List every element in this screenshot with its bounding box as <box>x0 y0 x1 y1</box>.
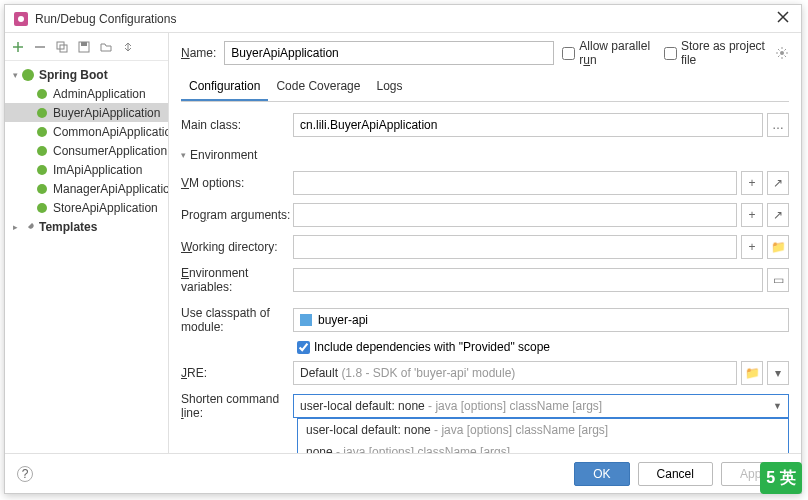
main-class-row: Main class: cn.lili.BuyerApiApplication … <box>181 112 789 138</box>
spring-icon <box>35 163 49 177</box>
jre-hint: (1.8 - SDK of 'buyer-api' module) <box>341 366 515 380</box>
tree-item[interactable]: ImApiApplication <box>5 160 168 179</box>
run-debug-dialog: Run/Debug Configurations ▾ Spring Boot <box>4 4 802 494</box>
tab-code-coverage[interactable]: Code Coverage <box>268 75 368 101</box>
jre-select[interactable]: Default (1.8 - SDK of 'buyer-api' module… <box>293 361 737 385</box>
include-provided-checkbox[interactable] <box>297 341 310 354</box>
svg-point-1 <box>18 16 24 22</box>
add-vm-icon[interactable]: + <box>741 171 763 195</box>
chevron-down-icon: ▼ <box>773 401 782 411</box>
expand-icon[interactable]: ↗ <box>767 171 789 195</box>
jre-label: JRE: <box>181 366 293 380</box>
add-arg-icon[interactable]: + <box>741 203 763 227</box>
top-options: Allow parallel run Store as project file <box>562 39 789 67</box>
environment-header[interactable]: ▾Environment <box>181 148 789 162</box>
sidebar: ▾ Spring Boot AdminApplication BuyerApiA… <box>5 33 169 453</box>
working-dir-input[interactable] <box>293 235 737 259</box>
dialog-footer: ? OK Cancel Apply <box>5 453 801 493</box>
svg-point-8 <box>37 108 47 118</box>
jre-value: Default <box>300 366 338 380</box>
main-panel: Name: Allow parallel run Store as projec… <box>169 33 801 453</box>
spring-icon <box>35 144 49 158</box>
vm-options-label: VM options: <box>181 176 293 190</box>
folder-icon[interactable]: 📁 <box>767 235 789 259</box>
cancel-button[interactable]: Cancel <box>638 462 713 486</box>
jre-row: JRE: Default (1.8 - SDK of 'buyer-api' m… <box>181 360 789 386</box>
tree-group-label: Templates <box>39 220 97 234</box>
main-class-label: Main class: <box>181 118 293 132</box>
sidebar-toolbar <box>5 33 168 61</box>
folder-icon[interactable]: 📁 <box>741 361 763 385</box>
ok-button[interactable]: OK <box>574 462 629 486</box>
chevron-down-icon: ▾ <box>9 70 21 80</box>
spring-icon <box>35 87 49 101</box>
svg-point-9 <box>37 127 47 137</box>
main-class-input[interactable]: cn.lili.BuyerApiApplication <box>293 113 763 137</box>
svg-point-12 <box>37 184 47 194</box>
folder-icon[interactable] <box>99 40 113 54</box>
tree-item[interactable]: CommonApiApplication <box>5 122 168 141</box>
classpath-label: Use classpath of module: <box>181 306 293 334</box>
env-vars-label: Environment variables: <box>181 266 293 294</box>
tree-item[interactable]: ConsumerApplication <box>5 141 168 160</box>
gear-icon[interactable] <box>775 46 789 60</box>
collapse-icon[interactable] <box>121 40 135 54</box>
shorten-select[interactable]: user-local default: none - java [options… <box>293 394 789 418</box>
working-dir-row: Working directory: +📁 <box>181 234 789 260</box>
store-project-checkbox[interactable]: Store as project file <box>664 39 765 67</box>
dropdown-item[interactable]: none - java [options] className [args] <box>298 441 788 453</box>
remove-icon[interactable] <box>33 40 47 54</box>
config-tree: ▾ Spring Boot AdminApplication BuyerApiA… <box>5 61 168 453</box>
tree-item-selected[interactable]: BuyerApiApplication <box>5 103 168 122</box>
expand-icon[interactable]: ↗ <box>767 203 789 227</box>
copy-icon[interactable] <box>55 40 69 54</box>
working-dir-label: Working directory: <box>181 240 293 254</box>
add-dir-icon[interactable]: + <box>741 235 763 259</box>
tree-item[interactable]: AdminApplication <box>5 84 168 103</box>
tree-item-label: StoreApiApplication <box>53 201 158 215</box>
environment-label: Environment <box>190 148 257 162</box>
module-select[interactable]: buyer-api <box>293 308 789 332</box>
tab-bar: Configuration Code Coverage Logs <box>181 75 789 102</box>
save-icon[interactable] <box>77 40 91 54</box>
allow-parallel-checkbox[interactable]: Allow parallel run <box>562 39 654 67</box>
dropdown-item[interactable]: user-local default: none - java [options… <box>298 419 788 441</box>
classpath-row: Use classpath of module: buyer-api <box>181 306 789 334</box>
svg-point-6 <box>22 69 34 81</box>
spring-icon <box>35 201 49 215</box>
tree-item-label: ConsumerApplication <box>53 144 167 158</box>
tree-group-label: Spring Boot <box>39 68 108 82</box>
env-vars-input[interactable] <box>293 268 763 292</box>
add-icon[interactable] <box>11 40 25 54</box>
tree-group-spring-boot[interactable]: ▾ Spring Boot <box>5 65 168 84</box>
tree-item[interactable]: StoreApiApplication <box>5 198 168 217</box>
tab-configuration[interactable]: Configuration <box>181 75 268 101</box>
spring-icon <box>21 68 35 82</box>
tree-item-label: BuyerApiApplication <box>53 106 160 120</box>
env-browse-icon[interactable]: ▭ <box>767 268 789 292</box>
browse-button[interactable]: … <box>767 113 789 137</box>
shorten-dropdown-list: user-local default: none - java [options… <box>297 418 789 453</box>
wrench-icon <box>21 220 35 234</box>
include-provided-label: Include dependencies with "Provided" sco… <box>314 340 550 354</box>
svg-point-7 <box>37 89 47 99</box>
shorten-row: Shorten command line: user-local default… <box>181 392 789 420</box>
include-provided-row: Include dependencies with "Provided" sco… <box>297 340 789 354</box>
name-input[interactable] <box>224 41 554 65</box>
tree-item[interactable]: ManagerApiApplication <box>5 179 168 198</box>
dropdown-caret-icon[interactable]: ▾ <box>767 361 789 385</box>
tree-item-label: CommonApiApplication <box>53 125 168 139</box>
module-icon <box>300 314 312 326</box>
program-args-input[interactable] <box>293 203 737 227</box>
close-icon[interactable] <box>777 11 793 27</box>
titlebar: Run/Debug Configurations <box>5 5 801 33</box>
help-icon[interactable]: ? <box>17 466 33 482</box>
dialog-title: Run/Debug Configurations <box>35 12 777 26</box>
module-value: buyer-api <box>318 313 368 327</box>
shorten-label: Shorten command line: <box>181 392 293 420</box>
tab-logs[interactable]: Logs <box>368 75 410 101</box>
program-args-label: Program arguments: <box>181 208 293 222</box>
vm-options-input[interactable] <box>293 171 737 195</box>
tree-group-templates[interactable]: ▸ Templates <box>5 217 168 236</box>
tree-item-label: ImApiApplication <box>53 163 142 177</box>
